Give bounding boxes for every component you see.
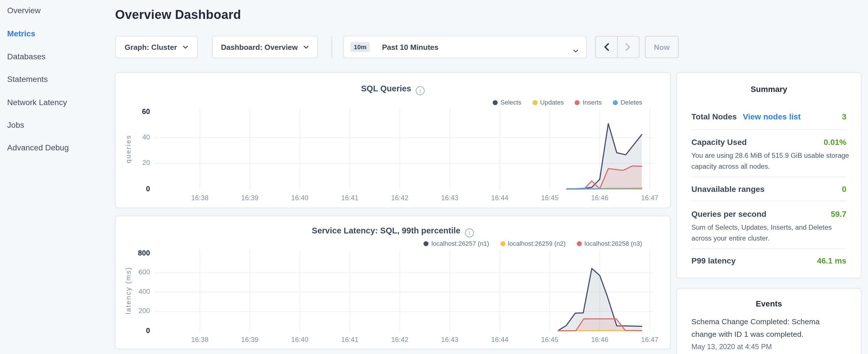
sidebar-item-overview[interactable]: Overview <box>7 5 41 16</box>
sidebar-item-databases[interactable]: Databases <box>7 51 45 62</box>
divider <box>691 176 846 177</box>
x-tick-label: 16:40 <box>283 336 316 344</box>
divider <box>691 129 846 130</box>
summary-value: 46.1 ms <box>817 256 846 265</box>
x-tick-label: 16:44 <box>483 336 517 344</box>
y-tick-label: 400 <box>117 288 150 296</box>
events-title: Events <box>677 289 861 308</box>
legend-item[interactable]: Updates <box>532 99 564 106</box>
legend-item[interactable]: Deletes <box>613 99 642 106</box>
view-nodes-list-link[interactable]: View nodes list <box>743 112 801 121</box>
legend-label: localhost:26257 (n1) <box>432 240 489 247</box>
x-tick-label: 16:44 <box>483 194 517 202</box>
dashboard-dropdown[interactable]: Dashboard: Overview <box>212 36 318 58</box>
sql-queries-plot[interactable] <box>154 108 654 190</box>
summary-value: 0 <box>842 185 846 194</box>
time-range-badge: 10m <box>350 42 370 52</box>
legend-item[interactable]: Inserts <box>575 99 602 106</box>
chart-legend: localhost:26257 (n1)localhost:26259 (n2)… <box>424 240 642 247</box>
x-tick-label: 16:42 <box>383 336 416 344</box>
chart-title-text: Service Latency: SQL, 99th percentile <box>312 226 461 235</box>
summary-title: Summary <box>677 73 861 93</box>
x-tick-label: 16:38 <box>183 336 216 344</box>
service-latency-plot[interactable] <box>154 250 654 331</box>
summary-row-queries-per-second: Queries per second 59.7 <box>691 210 846 219</box>
legend-label: Selects <box>500 99 521 106</box>
sidebar-item-metrics[interactable]: Metrics <box>7 28 35 39</box>
legend-dot-icon <box>532 100 537 105</box>
now-button-label: Now <box>654 43 670 51</box>
legend-label: localhost:26258 (n3) <box>585 240 642 247</box>
x-tick-label: 16:47 <box>633 336 666 344</box>
y-tick-label: 20 <box>117 159 150 167</box>
x-tick-label: 16:46 <box>583 336 616 344</box>
x-tick-label: 16:43 <box>433 194 467 202</box>
x-tick-label: 16:42 <box>383 194 416 202</box>
chart-title-text: SQL Queries <box>361 84 411 93</box>
divider <box>691 248 846 249</box>
y-tick-label: 0 <box>117 185 150 193</box>
sidebar-item-advanced-debug[interactable]: Advanced Debug <box>7 142 69 153</box>
y-tick-label: 40 <box>117 133 150 141</box>
legend-item[interactable]: localhost:26259 (n2) <box>500 240 566 247</box>
legend-dot-icon <box>424 241 428 246</box>
event-message[interactable]: Schema Change Completed: Schema change w… <box>691 315 832 342</box>
sidebar-item-jobs[interactable]: Jobs <box>7 120 24 131</box>
legend-dot-icon <box>613 100 618 105</box>
x-tick-label: 16:38 <box>183 194 216 202</box>
legend-dot-icon <box>575 100 580 105</box>
legend-item[interactable]: localhost:26257 (n1) <box>424 240 489 247</box>
prev-time-button[interactable] <box>596 36 617 57</box>
summary-value: 59.7 <box>831 210 846 219</box>
summary-row-capacity-used: Capacity Used 0.01% <box>691 138 846 147</box>
divider <box>691 201 846 201</box>
time-nav-group <box>595 36 640 58</box>
info-icon[interactable]: i <box>415 86 425 95</box>
next-time-button[interactable] <box>617 36 639 57</box>
summary-row-p99-latency: P99 latency 46.1 ms <box>691 256 846 265</box>
chevron-right-icon <box>626 43 630 51</box>
legend-label: Inserts <box>583 99 602 106</box>
legend-item[interactable]: localhost:26258 (n3) <box>577 240 642 247</box>
summary-value: 0.01% <box>824 138 846 147</box>
info-icon[interactable]: i <box>465 229 474 237</box>
legend-item[interactable]: Selects <box>493 99 521 106</box>
summary-label: Capacity Used <box>691 138 747 147</box>
dashboard-dropdown-label: Dashboard: Overview <box>221 43 298 51</box>
x-tick-label: 16:47 <box>633 194 666 202</box>
x-tick-label: 16:43 <box>433 336 467 344</box>
summary-description: You are using 28.6 MiB of 515.9 GiB usab… <box>691 150 851 172</box>
summary-row-total-nodes: Total Nodes View nodes list 3 <box>691 112 846 121</box>
legend-dot-icon <box>493 100 497 105</box>
chart-legend: SelectsUpdatesInsertsDeletes <box>493 99 642 106</box>
toolbar-divider <box>332 36 332 57</box>
now-button[interactable]: Now <box>645 36 679 58</box>
summary-description: Sum of Selects, Updates, Inserts, and De… <box>691 222 851 244</box>
summary-row-unavailable-ranges: Unavailable ranges 0 <box>691 185 846 194</box>
y-tick-label: 60 <box>117 107 150 116</box>
legend-label: Deletes <box>621 99 642 106</box>
legend-label: localhost:26259 (n2) <box>508 240 566 247</box>
sidebar-item-network-latency[interactable]: Network Latency <box>7 97 67 108</box>
chevron-down-icon <box>573 46 578 54</box>
y-tick-label: 0 <box>117 326 150 335</box>
events-panel: Events Schema Change Completed: Schema c… <box>677 288 861 354</box>
app-root: Overview Metrics Databases Statements Ne… <box>0 0 868 354</box>
summary-label: P99 latency <box>691 256 736 265</box>
time-range-dropdown[interactable]: 10m Past 10 Minutes <box>343 36 587 58</box>
chart-title: SQL Queriesi <box>116 73 670 95</box>
chevron-down-icon <box>303 45 309 49</box>
summary-label: Total Nodes <box>691 112 737 121</box>
x-tick-label: 16:41 <box>333 336 367 344</box>
x-tick-label: 16:41 <box>333 194 367 202</box>
x-tick-label: 16:46 <box>583 194 616 202</box>
y-tick-label: 200 <box>117 307 150 315</box>
y-tick-label: 800 <box>117 249 150 257</box>
chevron-down-icon <box>183 45 188 49</box>
y-tick-label: 600 <box>117 268 150 276</box>
chart-title: Service Latency: SQL, 99th percentilei <box>116 216 670 237</box>
graph-dropdown[interactable]: Graph: Cluster <box>115 36 198 58</box>
sidebar-item-statements[interactable]: Statements <box>7 74 48 85</box>
sql-queries-card: SQL Queriesi SelectsUpdatesInsertsDelete… <box>115 72 671 208</box>
time-range-label: Past 10 Minutes <box>382 43 438 51</box>
